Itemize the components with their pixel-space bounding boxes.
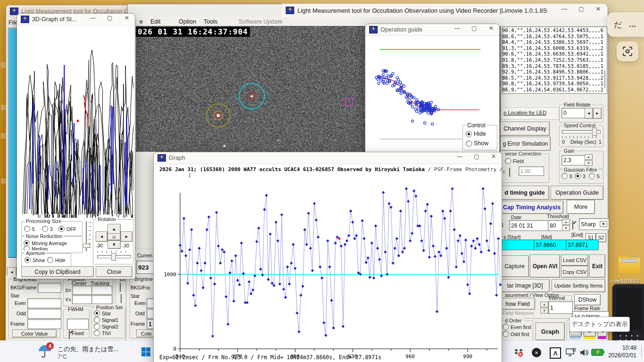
- field-rotate-value[interactable]: 0: [561, 108, 586, 118]
- link-checkbox-2[interactable]: [121, 294, 122, 303]
- gain-spinner[interactable]: ▲▼: [585, 154, 593, 166]
- exit-button[interactable]: Exit: [589, 255, 605, 278]
- video-scrollbar-vertical[interactable]: [8, 28, 17, 258]
- list-scrollbar[interactable]: [604, 70, 605, 88]
- speed-slider-thumb[interactable]: [592, 128, 597, 136]
- load-csv-button[interactable]: Load CSV: [561, 255, 588, 266]
- rotate-left-button[interactable]: ◄: [96, 231, 107, 242]
- blocked-app-icon[interactable]: ✕: [532, 348, 541, 357]
- fwhm-fixed-checkbox[interactable]: [69, 330, 70, 339]
- gaussian-0-radio[interactable]: 0: [561, 173, 572, 179]
- display-cast-icon[interactable]: [566, 348, 576, 357]
- mid-value-field[interactable]: 37.8660: [534, 239, 568, 250]
- main-window-titlebar[interactable]: Light Measurement tool for Occultation O…: [282, 4, 607, 17]
- menu-file-clipped[interactable]: e: [140, 18, 143, 25]
- interval-field[interactable]: 1: [548, 301, 573, 314]
- show-field-button[interactable]: how Field: [500, 298, 535, 310]
- close-button[interactable]: ✕: [488, 153, 499, 160]
- maximize-button[interactable]: ▢: [469, 25, 479, 32]
- menu-option[interactable]: Option: [179, 18, 196, 25]
- gain-value[interactable]: 2.3: [561, 155, 586, 165]
- inverse-correction-value[interactable]: 1.00: [519, 166, 544, 176]
- position-x-center-field[interactable]: [72, 286, 93, 295]
- minimize-button[interactable]: —: [559, 6, 570, 12]
- maximize-button[interactable]: ▢: [471, 153, 482, 160]
- weather-headline[interactable]: この先、雨または雪...: [58, 345, 118, 354]
- maximize-button[interactable]: ▢: [576, 6, 586, 12]
- gaussian-3-radio[interactable]: 3: [575, 173, 586, 179]
- processing-3-radio[interactable]: 3: [42, 226, 53, 232]
- battery-icon[interactable]: ⚡: [591, 349, 603, 356]
- close-button[interactable]: ✕: [486, 25, 496, 32]
- copy-to-clipboard-button[interactable]: Copy to ClipBoard: [21, 266, 94, 277]
- position-y-center-field[interactable]: [72, 295, 93, 304]
- desktop-icon[interactable]: [1, 105, 6, 110]
- capture-button[interactable]: Capture: [500, 255, 529, 277]
- graph3d-titlebar[interactable]: 3D-Graph of St... — ▢ ✕: [17, 14, 135, 25]
- zip-folder-label[interactable]: ovie1018S1: [606, 278, 644, 284]
- close-button[interactable]: ✕: [593, 6, 603, 12]
- rotate-down-button[interactable]: ▼: [107, 240, 121, 249]
- dshow-button[interactable]: DShow: [574, 294, 601, 305]
- graph-button[interactable]: Graph: [536, 322, 565, 340]
- rotation-slider-thumb[interactable]: [111, 253, 116, 261]
- error-simulation-button[interactable]: g Error Simulation: [500, 137, 551, 151]
- aperture-show-radio[interactable]: Show: [25, 257, 45, 263]
- speaker-icon[interactable]: [579, 348, 589, 357]
- control-show-radio[interactable]: Show: [466, 140, 488, 147]
- graph-window-titlebar[interactable]: Graph — ▢ ✕: [154, 152, 502, 164]
- star-even-field[interactable]: [27, 298, 61, 308]
- minimize-button[interactable]: —: [452, 25, 462, 32]
- close-button[interactable]: ✕: [122, 15, 132, 21]
- field-rotate-left-button[interactable]: ◄: [585, 108, 593, 119]
- screen-capture-button[interactable]: [617, 41, 638, 61]
- star-image-3d-button[interactable]: tar Image [3D]: [500, 279, 550, 292]
- link-checkbox-1[interactable]: [120, 283, 121, 292]
- fwhm-field[interactable]: [67, 319, 89, 329]
- date-field[interactable]: 26 01 31: [509, 220, 549, 231]
- measurement-data-list[interactable]: 90.4,"",16,24,53.4142,53.4453,,,,6 88.6,…: [502, 26, 607, 94]
- more-button[interactable]: More: [567, 200, 595, 214]
- processing-off-radio[interactable]: OFF: [58, 226, 76, 232]
- desktop-icon[interactable]: [1, 178, 6, 184]
- maximize-button[interactable]: ▢: [105, 15, 115, 21]
- inverse-correction-checkbox[interactable]: [509, 168, 510, 177]
- show-desktop-divider[interactable]: [641, 346, 642, 358]
- processing-5-radio[interactable]: 5: [24, 226, 35, 232]
- field-radio[interactable]: Field: [505, 158, 524, 164]
- operation-guide-button[interactable]: Operation Guide: [551, 186, 603, 200]
- menu-software-update[interactable]: Software Update: [239, 18, 282, 25]
- start-button[interactable]: [141, 347, 150, 356]
- field-rotate-right-button[interactable]: ►: [593, 108, 602, 119]
- clock-time[interactable]: 10:48: [606, 345, 636, 351]
- ime-more-icon[interactable]: …: [628, 20, 636, 29]
- interval-spinner[interactable]: ▲▼: [540, 302, 548, 313]
- threshold-spinner[interactable]: ▲▼: [562, 219, 570, 231]
- ime-mode-char[interactable]: だ: [614, 19, 622, 30]
- control-hide-radio[interactable]: Hide: [466, 131, 486, 137]
- open-avi-button[interactable]: Open AVI: [530, 255, 560, 278]
- operation-guide-titlebar[interactable]: Operation guide — ▢ ✕: [365, 24, 499, 36]
- close-3d-button[interactable]: Close: [96, 266, 132, 277]
- timing-guide-button[interactable]: d timing guide: [500, 186, 549, 200]
- aperture-hide-radio[interactable]: Hide: [47, 257, 66, 263]
- zip-folder-icon[interactable]: [619, 255, 640, 273]
- channel-display-button[interactable]: Channel Display: [500, 122, 550, 136]
- position-y-tracking-field[interactable]: [91, 295, 112, 304]
- position-set-tivi-radio[interactable]: TIVi: [94, 330, 110, 336]
- rotate-right-button[interactable]: ►: [121, 231, 132, 242]
- position-set-signal2-radio[interactable]: Signal2: [94, 323, 118, 329]
- odd-first-radio[interactable]: Odd first: [503, 331, 529, 337]
- position-x-tracking-field[interactable]: [91, 286, 112, 295]
- desktop-icon[interactable]: [1, 133, 6, 139]
- menu-tools[interactable]: Tools: [204, 18, 217, 25]
- desktop-icon[interactable]: [1, 62, 6, 68]
- even-first-radio[interactable]: Even first: [503, 324, 531, 330]
- ime-atok-icon[interactable]: Λ: [550, 347, 561, 359]
- sharp-checkbox[interactable]: [572, 221, 573, 230]
- menu-edit[interactable]: Edit: [150, 18, 161, 25]
- sharp-dropdown[interactable]: Sharp ▼: [579, 218, 609, 230]
- cap-timing-analysis-button[interactable]: Cap Timing Analysis: [500, 201, 563, 214]
- color-value-button[interactable]: Color Value: [12, 329, 57, 337]
- start-value-field[interactable]: [502, 239, 536, 250]
